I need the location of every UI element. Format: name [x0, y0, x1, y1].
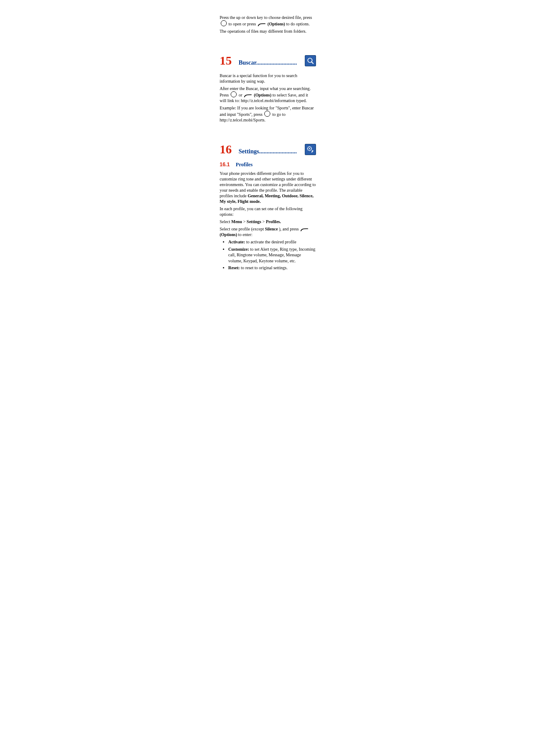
settings-icon — [305, 144, 316, 155]
customize-label: Customize: — [228, 247, 249, 252]
settings-label: Settings — [247, 219, 261, 224]
ch15-para-3: Example: If you are looking for "Sports"… — [220, 105, 316, 123]
text: > — [262, 219, 266, 224]
intro-para-1: Press the up or down key to choose desir… — [220, 15, 316, 27]
text: > — [243, 219, 247, 224]
subsection-number: 16.1 — [220, 162, 230, 168]
svg-line-1 — [311, 62, 313, 64]
left-softkey-icon — [258, 23, 266, 26]
ok-key-icon — [264, 111, 270, 117]
chapter-number: 15 — [220, 54, 232, 68]
ch16-para-1: Your phone provides different profiles f… — [220, 171, 316, 204]
list-item: Reset: to reset to original settings. — [228, 265, 316, 271]
section-16-1-header: 16.1 Profiles — [220, 162, 316, 168]
activate-label: Activate: — [228, 240, 245, 244]
ch16-para-4: Select one profile (except Silence ), an… — [220, 226, 316, 237]
page: Press the up or down key to choose desir… — [69, 0, 466, 271]
intro-para-2: The operations of files may different fr… — [220, 28, 316, 34]
menu-label: Menu — [231, 219, 242, 224]
text: ), and press — [279, 227, 300, 231]
search-icon — [305, 55, 316, 66]
chapter-15-header: 15 Buscar........................... — [220, 54, 316, 68]
options-list: Activate: to activate the desired profil… — [220, 239, 316, 271]
text: to open or press — [228, 22, 257, 26]
text: to activate the desired profile — [246, 240, 297, 244]
list-item: Customize: to set Alert type, Ring type,… — [228, 246, 316, 264]
text: to enter: — [238, 232, 253, 237]
subsection-title: Profiles — [236, 162, 253, 168]
text: to do options. — [286, 22, 310, 26]
chapter-number: 16 — [220, 143, 232, 156]
text: or — [239, 93, 244, 97]
chapter-16-header: 16 Settings......................... — [220, 143, 316, 156]
ok-key-icon — [221, 20, 227, 26]
reset-label: Reset: — [228, 265, 240, 270]
left-softkey-icon — [244, 94, 252, 97]
list-item: Activate: to activate the desired profil… — [228, 239, 316, 245]
text: Select — [220, 219, 232, 224]
options-label: (Options) — [268, 22, 285, 26]
silence-label: Silence — [265, 227, 278, 231]
options-label: (Options) — [254, 93, 272, 97]
chapter-title: Buscar........................... — [239, 59, 297, 66]
ch15-para-1: Buscar is a special function for you to … — [220, 73, 316, 84]
chapter-16-title-group: 16 Settings......................... — [220, 143, 305, 156]
text: to reset to original settings. — [241, 265, 288, 270]
profiles-label: Profiles. — [266, 219, 281, 224]
chapter-title: Settings......................... — [239, 148, 297, 155]
text: Select one profile (except — [220, 227, 265, 231]
ch15-para-2: After enter the Buscar, input what you a… — [220, 86, 316, 103]
ch16-para-3: Select Menu > Settings > Profiles. — [220, 219, 316, 224]
content-column: Press the up or down key to choose desir… — [220, 15, 316, 271]
left-softkey-icon — [300, 228, 308, 231]
ch16-para-2: In each profile, you can set one of the … — [220, 206, 316, 217]
text: Press the up or down key to choose desir… — [220, 15, 312, 20]
chapter-15-title-group: 15 Buscar........................... — [220, 54, 305, 68]
ok-key-icon — [231, 91, 237, 97]
svg-point-3 — [309, 148, 310, 149]
options-label: (Options) — [220, 232, 238, 237]
